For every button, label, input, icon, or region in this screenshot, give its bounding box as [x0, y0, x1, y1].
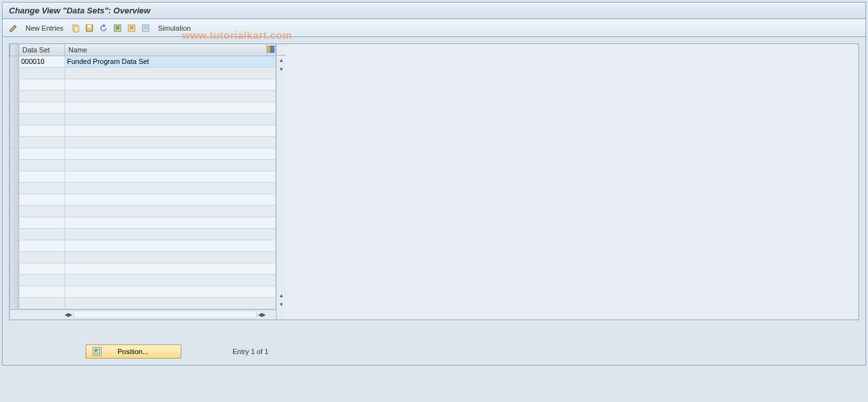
row-selector[interactable] — [10, 102, 19, 113]
cell-dataset[interactable] — [19, 263, 65, 274]
cell-dataset[interactable] — [19, 102, 65, 113]
table-row — [10, 286, 276, 297]
cell-dataset[interactable] — [19, 240, 65, 251]
scroll-right-end-icon[interactable]: ▶ — [262, 310, 266, 319]
cell-dataset[interactable] — [19, 205, 65, 217]
row-selector[interactable] — [10, 194, 19, 205]
cell-dataset[interactable] — [19, 159, 65, 171]
cell-dataset[interactable] — [19, 125, 65, 136]
cell-name[interactable] — [65, 182, 276, 194]
cell-name[interactable] — [65, 90, 276, 102]
copy-icon[interactable] — [70, 22, 81, 34]
cell-dataset[interactable] — [19, 171, 65, 182]
scroll-down-icon[interactable]: ▼ — [277, 65, 286, 73]
cell-name[interactable] — [65, 274, 276, 286]
list-icon[interactable] — [140, 22, 151, 34]
cell-name[interactable] — [65, 251, 276, 263]
cell-name[interactable] — [65, 194, 276, 205]
cell-name[interactable]: Funded Program Data Set — [65, 56, 276, 67]
row-selector[interactable] — [10, 136, 19, 148]
row-selector[interactable] — [10, 56, 19, 67]
cell-name[interactable] — [65, 136, 276, 148]
table-row — [10, 79, 276, 90]
cell-dataset[interactable] — [19, 90, 65, 102]
cell-dataset[interactable] — [19, 297, 65, 309]
table-row — [10, 251, 276, 263]
row-selector[interactable] — [10, 113, 19, 125]
cell-dataset[interactable] — [19, 148, 65, 159]
cell-dataset[interactable] — [19, 251, 65, 263]
cell-dataset[interactable]: 000010 — [19, 56, 65, 67]
horizontal-scrollbar[interactable]: ◀ ▶ ◀ ▶ — [10, 309, 276, 320]
save-icon[interactable] — [84, 22, 95, 34]
data-table-wrapper: Data Set Name 000010Funded Program Data … — [9, 43, 859, 320]
cell-name[interactable] — [65, 297, 276, 309]
table-row — [10, 148, 276, 159]
simulation-button[interactable]: Simulation — [154, 23, 194, 33]
cell-dataset[interactable] — [19, 79, 65, 90]
table-row — [10, 228, 276, 240]
row-selector[interactable] — [10, 217, 19, 228]
table-row — [10, 125, 276, 136]
row-selector[interactable] — [10, 171, 19, 182]
row-selector[interactable] — [10, 90, 19, 102]
scroll-up-end-icon[interactable]: ▲ — [277, 291, 286, 300]
select-all-icon[interactable] — [112, 22, 123, 34]
position-label: Position... — [118, 348, 148, 355]
row-selector[interactable] — [10, 286, 19, 297]
cell-dataset[interactable] — [19, 286, 65, 297]
cell-name[interactable] — [65, 205, 276, 217]
hscroll-track[interactable] — [73, 311, 257, 318]
cell-name[interactable] — [65, 79, 276, 90]
cell-name[interactable] — [65, 286, 276, 297]
column-header-dataset[interactable]: Data Set — [19, 44, 65, 56]
content-area: Data Set Name 000010Funded Program Data … — [3, 37, 865, 365]
cell-dataset[interactable] — [19, 182, 65, 194]
cell-name[interactable] — [65, 159, 276, 171]
row-selector[interactable] — [10, 274, 19, 286]
window-title: Change View "Data Sets": Overview — [9, 6, 150, 15]
select-all-corner[interactable] — [10, 44, 19, 56]
row-selector[interactable] — [10, 182, 19, 194]
row-selector[interactable] — [10, 205, 19, 217]
table-settings-icon[interactable] — [267, 44, 276, 56]
cell-dataset[interactable] — [19, 274, 65, 286]
row-selector[interactable] — [10, 159, 19, 171]
vertical-scrollbar[interactable]: ▲ ▼ ▲ ▼ — [276, 44, 286, 320]
cell-dataset[interactable] — [19, 113, 65, 125]
row-selector[interactable] — [10, 263, 19, 274]
cell-name[interactable] — [65, 263, 276, 274]
footer: Position... Entry 1 of 1 — [9, 344, 859, 359]
row-selector[interactable] — [10, 251, 19, 263]
edit-icon[interactable] — [8, 22, 19, 34]
cell-name[interactable] — [65, 171, 276, 182]
scroll-right-icon[interactable]: ▶ — [68, 310, 72, 319]
cell-dataset[interactable] — [19, 228, 65, 240]
scroll-down-end-icon[interactable]: ▼ — [277, 300, 286, 309]
cell-name[interactable] — [65, 67, 276, 79]
undo-icon[interactable] — [98, 22, 109, 34]
row-selector[interactable] — [10, 67, 19, 79]
scroll-up-icon[interactable]: ▲ — [277, 56, 286, 65]
row-selector[interactable] — [10, 125, 19, 136]
cell-name[interactable] — [65, 240, 276, 251]
cell-name[interactable] — [65, 228, 276, 240]
new-entries-button[interactable]: New Entries — [22, 23, 67, 33]
cell-dataset[interactable] — [19, 217, 65, 228]
row-selector[interactable] — [10, 297, 19, 309]
cell-dataset[interactable] — [19, 67, 65, 79]
cell-dataset[interactable] — [19, 136, 65, 148]
row-selector[interactable] — [10, 79, 19, 90]
cell-name[interactable] — [65, 125, 276, 136]
row-selector[interactable] — [10, 240, 19, 251]
row-selector[interactable] — [10, 228, 19, 240]
cell-name[interactable] — [65, 113, 276, 125]
deselect-all-icon[interactable] — [126, 22, 137, 34]
cell-name[interactable] — [65, 102, 276, 113]
position-button[interactable]: Position... — [86, 344, 181, 359]
cell-name[interactable] — [65, 217, 276, 228]
cell-dataset[interactable] — [19, 194, 65, 205]
column-header-name[interactable]: Name — [65, 44, 267, 56]
row-selector[interactable] — [10, 148, 19, 159]
cell-name[interactable] — [65, 148, 276, 159]
